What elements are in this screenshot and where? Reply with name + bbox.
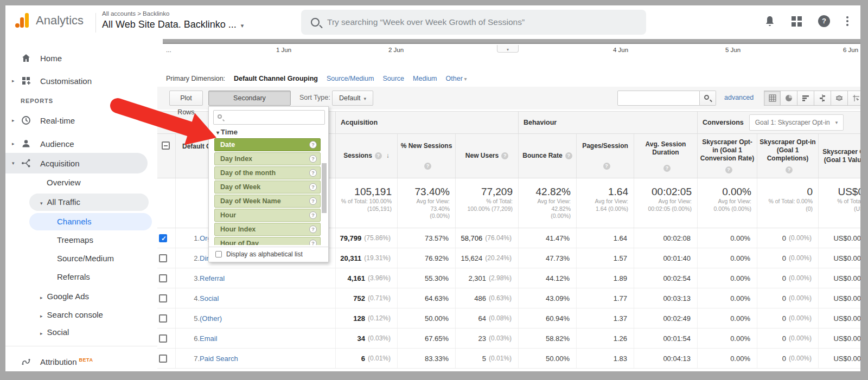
total-pages-session: 1.64Avg for View:1.64 (0.00%): [576, 178, 634, 228]
property-selector[interactable]: All Web Site Data. Backlinko ...: [102, 19, 244, 30]
notifications-bell-icon[interactable]: [764, 15, 775, 27]
sidebar-item-treemaps[interactable]: Treemaps: [57, 235, 93, 244]
timeline-date: 1 Jun: [276, 47, 291, 53]
column-header-bounce-rate[interactable]: Bounce Rate: [518, 134, 576, 178]
help-icon[interactable]: [818, 15, 830, 27]
dimension-option-date[interactable]: Date: [214, 138, 321, 151]
column-header-goal-value[interactable]: Skyscraper Op (Goal 1 Value): [818, 134, 860, 178]
help-icon[interactable]: [424, 163, 431, 170]
sidebar-item-google-ads[interactable]: ▸Google Ads: [40, 292, 89, 301]
alphabetical-list-checkbox[interactable]: [215, 251, 222, 257]
person-icon: [21, 138, 31, 149]
dimension-medium[interactable]: Medium: [413, 75, 437, 82]
search-input[interactable]: [327, 17, 609, 27]
dimension-other-dropdown[interactable]: Other: [446, 75, 467, 82]
kebab-menu-icon[interactable]: [846, 16, 848, 26]
sidebar-item-referrals[interactable]: Referrals: [57, 272, 90, 281]
view-comparison-button[interactable]: [814, 91, 831, 106]
dimension-default-channel-grouping[interactable]: Default Channel Grouping: [234, 75, 318, 82]
table-filter-input[interactable]: [617, 91, 700, 106]
view-term-cloud-button[interactable]: [831, 91, 848, 106]
help-icon[interactable]: [309, 197, 317, 205]
dropdown-scrollbar[interactable]: [322, 163, 327, 213]
row-checkbox[interactable]: [159, 334, 167, 343]
dimension-search-input[interactable]: [226, 112, 322, 123]
column-header-conversion-rate[interactable]: Skyscraper Opt-in (Goal 1 Conversion Rat…: [697, 134, 757, 178]
sidebar-item-real-time[interactable]: Real-time: [5, 112, 157, 128]
help-icon[interactable]: [375, 152, 382, 159]
search-icon: [218, 114, 222, 119]
help-icon[interactable]: [501, 152, 508, 159]
dimension-option-hour-index[interactable]: Hour Index: [214, 223, 321, 236]
plot-rows-button[interactable]: Plot Rows: [169, 91, 203, 106]
analytics-logo[interactable]: Analytics: [14, 12, 84, 29]
row-checkbox[interactable]: [159, 314, 167, 323]
column-header-session-duration[interactable]: Avg. Session Duration: [634, 134, 697, 178]
help-icon[interactable]: [565, 152, 572, 159]
column-header-new-users[interactable]: New Users: [455, 134, 518, 178]
dimension-source[interactable]: Source: [382, 75, 404, 82]
sidebar-item-attribution[interactable]: AttributionBETA: [5, 353, 157, 370]
apps-grid-icon[interactable]: [792, 16, 802, 27]
row-checkbox[interactable]: [159, 355, 167, 363]
help-icon[interactable]: [725, 166, 732, 173]
dimension-option-day-of-week[interactable]: Day of Week: [214, 181, 321, 194]
dimension-option-day-of-month[interactable]: Day of the month: [214, 166, 321, 179]
help-icon[interactable]: [663, 165, 671, 172]
global-search[interactable]: [301, 10, 646, 35]
sort-type-button[interactable]: Default▾: [332, 91, 373, 106]
column-header-sessions[interactable]: Sessions↓: [335, 134, 397, 178]
sidebar-item-home[interactable]: Home: [5, 50, 157, 66]
dimension-option-day-of-week-name[interactable]: Day of Week Name: [214, 195, 321, 208]
view-pivot-button[interactable]: [848, 91, 860, 106]
timeline-expand-tab[interactable]: [497, 45, 519, 53]
dimension-category-time[interactable]: Time: [216, 128, 238, 136]
channel-link[interactable]: Social: [200, 294, 219, 302]
help-icon[interactable]: [309, 183, 317, 191]
row-checkbox[interactable]: [159, 274, 167, 282]
channel-link[interactable]: Email: [200, 334, 218, 343]
sidebar-item-customisation[interactable]: Customisation: [5, 73, 157, 89]
help-icon[interactable]: [309, 169, 317, 177]
sidebar-item-channels[interactable]: Channels: [57, 217, 91, 226]
sidebar-item-social[interactable]: ▸Social: [40, 327, 69, 337]
channel-link[interactable]: Paid Search: [200, 355, 238, 363]
channel-link[interactable]: Referral: [200, 274, 225, 282]
sidebar-item-source-medium[interactable]: Source/Medium: [57, 254, 114, 263]
help-icon[interactable]: [309, 141, 317, 149]
help-icon[interactable]: [786, 166, 793, 173]
help-icon[interactable]: [309, 226, 317, 233]
sidebar-item-acquisition[interactable]: Acquisition: [5, 155, 157, 171]
advanced-filter-link[interactable]: advanced: [724, 94, 754, 101]
column-header-new-sessions[interactable]: % New Sessions: [397, 134, 455, 178]
dimension-option-day-index[interactable]: Day Index: [214, 152, 321, 165]
help-icon[interactable]: [309, 211, 317, 219]
sidebar-item-overview[interactable]: Overview: [47, 178, 81, 187]
sidebar-item-all-traffic[interactable]: ▾All Traffic: [40, 197, 80, 207]
help-icon[interactable]: [309, 240, 317, 245]
dimension-option-hour-of-day[interactable]: Hour of Day: [214, 237, 321, 245]
view-table-button[interactable]: [764, 91, 781, 106]
timeline-date: 5 Jun: [725, 47, 741, 53]
dimension-search-box[interactable]: [213, 110, 325, 125]
help-icon[interactable]: [603, 163, 610, 170]
analytics-window: Analytics All accounts > Backlinko All W…: [5, 5, 860, 371]
view-performance-button[interactable]: [797, 91, 814, 106]
goal-selector[interactable]: Goal 1: Skyscraper Opt-in: [749, 114, 844, 131]
view-percentage-button[interactable]: [781, 91, 797, 106]
dimension-source-medium[interactable]: Source/Medium: [327, 75, 374, 82]
row-checkbox[interactable]: [159, 234, 167, 242]
table-search-button[interactable]: [700, 91, 716, 106]
row-checkbox[interactable]: [159, 294, 167, 302]
row-checkbox[interactable]: [159, 254, 167, 262]
secondary-dimension-button[interactable]: Secondary dimension▾: [208, 91, 291, 106]
sidebar-item-audience[interactable]: Audience: [5, 136, 157, 152]
column-header-completions[interactable]: Skyscraper Opt-in (Goal 1 Completions): [757, 134, 818, 178]
dimension-option-hour[interactable]: Hour: [214, 209, 321, 222]
select-all-checkbox[interactable]: [162, 141, 170, 150]
sidebar-item-search-console[interactable]: ▸Search console: [40, 310, 103, 319]
channel-link[interactable]: (Other): [200, 314, 222, 323]
help-icon[interactable]: [309, 155, 317, 163]
breadcrumb[interactable]: All accounts > Backlinko: [102, 10, 169, 17]
column-header-pages-session[interactable]: Pages/Session: [576, 134, 634, 178]
